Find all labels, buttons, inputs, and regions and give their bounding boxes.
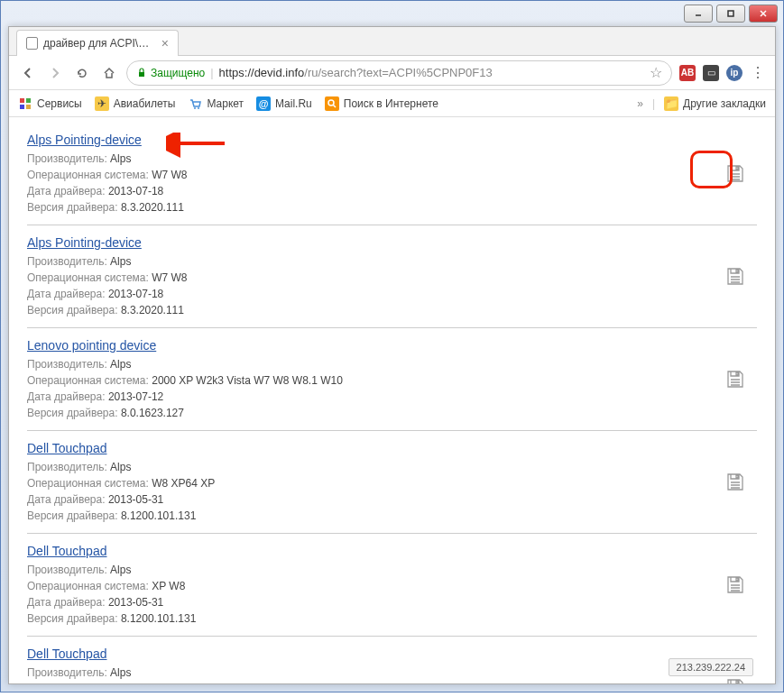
- svg-rect-5: [20, 98, 24, 103]
- svg-rect-1: [728, 11, 733, 16]
- result-item: Lenovo pointing device Производитель: Al…: [27, 328, 757, 431]
- menu-button[interactable]: ⋮: [750, 65, 766, 81]
- other-bookmarks-button[interactable]: 📁 Другие закладки: [664, 96, 766, 111]
- mail-icon: @: [256, 96, 271, 111]
- download-button[interactable]: [723, 367, 748, 392]
- minimize-button[interactable]: [684, 5, 713, 23]
- svg-point-10: [198, 107, 199, 109]
- adblock-icon[interactable]: AB: [679, 65, 696, 81]
- svg-point-9: [194, 107, 196, 109]
- result-title-link[interactable]: Dell Touchpad: [27, 544, 106, 558]
- svg-rect-8: [26, 105, 31, 109]
- svg-rect-6: [26, 98, 31, 103]
- svg-rect-4: [139, 72, 144, 77]
- result-item: Dell Touchpad Производитель: Alps Операц…: [27, 534, 757, 637]
- forward-button[interactable]: [45, 63, 65, 83]
- home-button[interactable]: [99, 63, 119, 83]
- page-icon: [26, 37, 38, 50]
- search-web-icon: [325, 96, 339, 111]
- result-title-link[interactable]: Alps Pointing-device: [27, 133, 142, 147]
- window-titlebar: [1, 1, 783, 26]
- tab-strip: драйвер для ACPI\PNP0 ×: [9, 27, 775, 56]
- apps-icon: [18, 96, 32, 111]
- download-button[interactable]: [723, 573, 748, 598]
- result-title-link[interactable]: Lenovo pointing device: [27, 338, 156, 353]
- url-text: https://devid.info/ru/search?text=ACPI%5…: [219, 66, 493, 79]
- browser-toolbar: Защищено | https://devid.info/ru/search?…: [9, 56, 775, 90]
- address-bar[interactable]: Защищено | https://devid.info/ru/search?…: [126, 60, 672, 86]
- plane-icon: ✈: [95, 96, 109, 111]
- floppy-icon: [724, 677, 746, 684]
- browser-tab[interactable]: драйвер для ACPI\PNP0 ×: [16, 30, 179, 56]
- floppy-icon: [724, 472, 746, 493]
- floppy-icon: [724, 163, 746, 185]
- tab-title: драйвер для ACPI\PNP0: [43, 37, 156, 50]
- result-item: Alps Pointing-device Производитель: Alps…: [27, 225, 757, 328]
- bookmark-star-icon[interactable]: ☆: [650, 64, 662, 81]
- folder-icon: 📁: [664, 96, 678, 111]
- floppy-icon: [724, 369, 746, 390]
- page-content: Alps Pointing-device Производитель: Alps…: [9, 117, 775, 683]
- extension-icon[interactable]: ▭: [703, 65, 719, 81]
- result-title-link[interactable]: Alps Pointing-device: [27, 235, 142, 250]
- result-item: Alps Pointing-device Производитель: Alps…: [27, 123, 757, 225]
- secure-badge: Защищено: [136, 67, 205, 79]
- download-button[interactable]: [723, 161, 748, 187]
- bookmark-mailru[interactable]: @ Mail.Ru: [256, 96, 312, 111]
- back-button[interactable]: [18, 63, 38, 83]
- bookmarks-bar: Сервисы ✈ Авиабилеты Маркет @ Mail.Ru По…: [9, 90, 775, 117]
- ip-extension-icon[interactable]: ip: [726, 65, 742, 81]
- result-item: Dell Touchpad Производитель: Alps Операц…: [27, 431, 757, 534]
- bookmark-aviabilety[interactable]: ✈ Авиабилеты: [95, 96, 176, 111]
- floppy-icon: [724, 574, 746, 596]
- result-title-link[interactable]: Dell Touchpad: [27, 647, 106, 661]
- cart-icon: [188, 96, 202, 111]
- bookmark-market[interactable]: Маркет: [188, 96, 244, 111]
- maximize-button[interactable]: [716, 5, 745, 23]
- svg-line-12: [333, 105, 336, 107]
- overflow-chevron-icon[interactable]: »: [637, 97, 643, 110]
- ip-badge: 213.239.222.24: [669, 658, 753, 676]
- bookmark-search[interactable]: Поиск в Интернете: [325, 96, 438, 111]
- svg-rect-7: [20, 105, 24, 109]
- result-title-link[interactable]: Dell Touchpad: [27, 441, 106, 455]
- lock-icon: [136, 68, 147, 78]
- result-item: Dell Touchpad Производитель: Alps Операц…: [27, 637, 757, 683]
- download-button[interactable]: [723, 470, 748, 495]
- download-button[interactable]: [723, 264, 748, 289]
- apps-button[interactable]: Сервисы: [18, 96, 82, 111]
- floppy-icon: [724, 266, 746, 288]
- close-window-button[interactable]: [749, 5, 778, 23]
- close-tab-button[interactable]: ×: [161, 36, 169, 50]
- reload-button[interactable]: [72, 63, 92, 83]
